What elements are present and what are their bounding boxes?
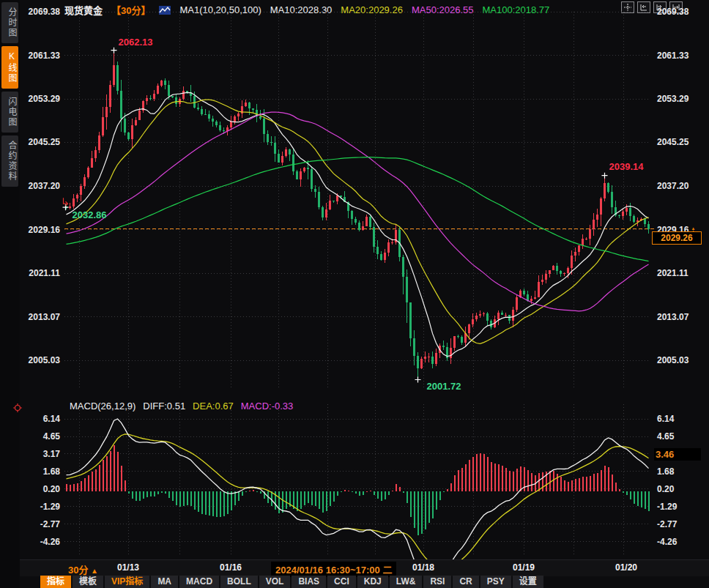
crosshair-value-label: 3.46 bbox=[654, 448, 701, 461]
status-bar: 30分 ▲ 01/1301/1601/1801/1901/20 2024/01/… bbox=[20, 559, 709, 576]
price-tick: 2037.20 bbox=[657, 181, 688, 191]
svg-text:2032.86: 2032.86 bbox=[73, 209, 107, 220]
sidebar-item-3[interactable]: 合约资料 bbox=[1, 135, 18, 187]
macd-diff-value: DIFF:0.51 bbox=[143, 401, 185, 412]
date-label-01/18: 01/18 bbox=[412, 562, 434, 573]
macd-tick: -2.77 bbox=[19, 519, 60, 529]
macd-tick: -4.26 bbox=[19, 537, 60, 547]
chart-type-sidebar: 分时图K线图闪电图合约资料 bbox=[0, 0, 20, 588]
trading-app-window: 分时图K线图闪电图合约资料 现货黄金 【30分】 MA1(10,20,50,10… bbox=[0, 0, 709, 588]
svg-text:2039.14: 2039.14 bbox=[609, 161, 645, 172]
tab-BOLL[interactable]: BOLL bbox=[220, 576, 258, 588]
tab-BIAS[interactable]: BIAS bbox=[292, 576, 326, 588]
date-label-01/19: 01/19 bbox=[513, 562, 535, 573]
price-tick: 2037.20 bbox=[19, 181, 60, 191]
macd-dea-value: DEA:0.67 bbox=[193, 401, 234, 412]
indicator-tab-bar: 指标模板VIP指标MAMACDBOLLVOLBIASCCIKDJLW&RSICR… bbox=[40, 576, 545, 588]
price-tick: 2013.07 bbox=[19, 312, 60, 322]
price-tick: 2069.38 bbox=[657, 7, 688, 17]
macd-tick: 4.65 bbox=[657, 431, 674, 442]
macd-tick: 1.68 bbox=[657, 466, 674, 477]
main-candle-chart[interactable]: 2062.132039.142001.722032.86 bbox=[20, 0, 709, 395]
indicator-marker-icon[interactable] bbox=[13, 403, 22, 412]
tab-CR[interactable]: CR bbox=[453, 576, 478, 588]
price-tick: 2061.33 bbox=[657, 51, 688, 61]
tab-RSI[interactable]: RSI bbox=[423, 576, 451, 588]
tab-模板[interactable]: 模板 bbox=[73, 576, 103, 588]
macd-tick: -1.29 bbox=[19, 502, 60, 512]
macd-tick: 6.14 bbox=[19, 414, 60, 424]
tab-PSY[interactable]: PSY bbox=[480, 576, 511, 588]
tab-设置[interactable]: 设置 bbox=[513, 576, 543, 588]
macd-value: MACD:-0.33 bbox=[241, 401, 294, 412]
macd-tick: 4.65 bbox=[19, 431, 60, 442]
price-tick: 2053.29 bbox=[19, 94, 60, 104]
macd-params-label: MACD(26,12,9) bbox=[70, 401, 136, 412]
date-label-01/13: 01/13 bbox=[117, 562, 139, 573]
macd-tick: 3.17 bbox=[19, 449, 60, 459]
macd-tick: 1.68 bbox=[19, 466, 60, 477]
price-tick: 2045.25 bbox=[657, 137, 688, 147]
tab-LW&[interactable]: LW& bbox=[390, 576, 423, 588]
price-tick: 2029.16 bbox=[19, 225, 60, 235]
price-tick: 2069.38 bbox=[19, 7, 60, 17]
price-tick: 2061.33 bbox=[19, 51, 60, 61]
date-label-01/20: 01/20 bbox=[615, 562, 637, 573]
tab-MACD[interactable]: MACD bbox=[179, 576, 219, 588]
macd-tick: 0.20 bbox=[19, 484, 60, 494]
price-tick: 2045.25 bbox=[19, 137, 60, 147]
date-label-01/16: 01/16 bbox=[220, 562, 242, 573]
macd-tick: -1.29 bbox=[657, 502, 677, 512]
macd-header: MACD(26,12,9) DIFF:0.51 DEA:0.67 MACD:-0… bbox=[70, 401, 293, 412]
macd-tick: 0.20 bbox=[657, 484, 674, 494]
macd-tick: -4.26 bbox=[657, 537, 677, 547]
tab-VIP指标[interactable]: VIP指标 bbox=[105, 576, 149, 588]
sidebar-item-1[interactable]: K线图 bbox=[1, 46, 18, 89]
svg-text:2062.13: 2062.13 bbox=[119, 37, 153, 48]
price-tick: 2021.11 bbox=[657, 268, 688, 278]
macd-tick: -2.77 bbox=[657, 519, 677, 529]
tab-指标[interactable]: 指标 bbox=[40, 576, 71, 588]
price-tick: 2005.03 bbox=[657, 355, 688, 365]
sidebar-item-0[interactable]: 分时图 bbox=[1, 2, 18, 43]
svg-text:2001.72: 2001.72 bbox=[427, 381, 461, 392]
macd-tick: 6.14 bbox=[657, 414, 674, 424]
price-tick: 2005.03 bbox=[19, 355, 60, 365]
tab-KDJ[interactable]: KDJ bbox=[357, 576, 388, 588]
tab-MA[interactable]: MA bbox=[151, 576, 178, 588]
price-tick: 2013.07 bbox=[657, 312, 688, 322]
price-tick: 2053.29 bbox=[657, 94, 688, 104]
period-selector[interactable]: 30分 ▲ bbox=[68, 562, 98, 576]
current-price-label: 2029.26 bbox=[652, 231, 702, 245]
sidebar-item-2[interactable]: 闪电图 bbox=[1, 92, 18, 133]
tab-VOL[interactable]: VOL bbox=[259, 576, 291, 588]
tab-CCI[interactable]: CCI bbox=[327, 576, 356, 588]
price-tick: 2021.11 bbox=[19, 268, 60, 278]
crosshair-time-tooltip: 2024/01/16 16:30~17:00 二 bbox=[271, 562, 396, 577]
macd-indicator-chart[interactable] bbox=[20, 395, 709, 559]
